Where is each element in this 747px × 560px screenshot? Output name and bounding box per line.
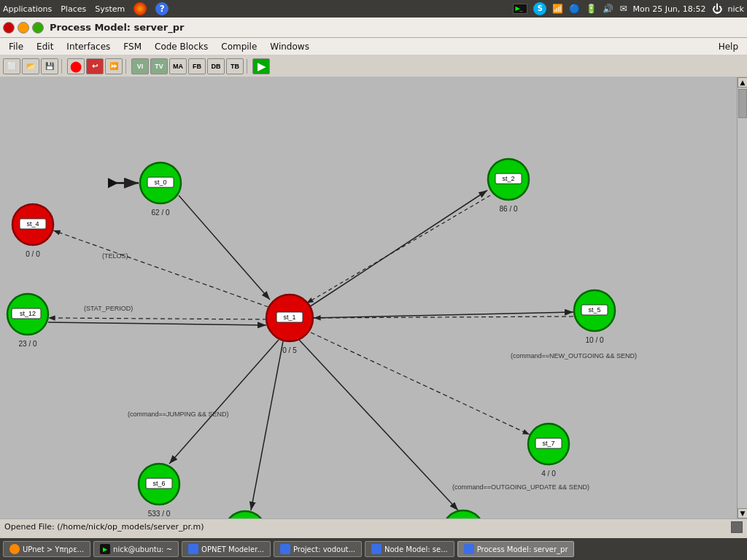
system-places[interactable]: Places: [61, 4, 86, 14]
shutdown-icon[interactable]: ⏻: [712, 3, 722, 15]
wifi-icon: 📶: [552, 4, 563, 14]
stat-period-label: (STAT_PERIOD): [84, 305, 133, 312]
scroll-up-button[interactable]: ▲: [738, 77, 747, 88]
datetime: Mon 25 Jun, 18:52: [632, 4, 705, 14]
menu-file[interactable]: File: [3, 40, 29, 53]
svg-text:st_7: st_7: [542, 440, 554, 447]
menu-fsm[interactable]: FSM: [117, 40, 147, 53]
status-bar: Opened File: (/home/nick/op_models/serve…: [0, 518, 747, 534]
tb-back[interactable]: ↩: [86, 58, 104, 74]
window-title: Process Model: server_pr: [50, 22, 184, 33]
tb-db[interactable]: DB: [207, 58, 225, 74]
close-button[interactable]: [3, 22, 15, 34]
tb-tb[interactable]: TB: [226, 58, 244, 74]
new-outgoing-label: (command==NEW_OUTGOING && SEND): [511, 352, 637, 359]
telos-label: (TELOS): [102, 252, 128, 260]
upnet-icon: [9, 544, 20, 554]
canvas-area: (TELOS) (STAT_PERIOD) (command==JUMPING …: [0, 77, 747, 518]
svg-text:st_2: st_2: [502, 175, 514, 182]
tb-stop[interactable]: ⬤: [67, 58, 85, 74]
opnet-icon: [188, 544, 198, 554]
skype-icon[interactable]: S: [533, 2, 546, 15]
svg-text:533 / 0: 533 / 0: [148, 510, 171, 518]
menu-bar: File Edit Interfaces FSM Code Blocks Com…: [0, 38, 747, 55]
outgoing-update-label: (command==OUTGOING_UPDATE && SEND): [452, 483, 589, 491]
svg-text:23 / 0: 23 / 0: [18, 340, 36, 348]
svg-text:st_5: st_5: [588, 306, 600, 314]
tb-new[interactable]: ⬜: [3, 58, 20, 74]
tb-sep1: [61, 59, 64, 74]
tb-tv[interactable]: TV: [150, 58, 168, 74]
menu-windows[interactable]: Windows: [264, 40, 315, 53]
svg-text:86 / 0: 86 / 0: [499, 205, 517, 213]
svg-text:0 / 5: 0 / 5: [282, 346, 297, 354]
taskbar: UPnet > Υπηρε... ▶ nick@ubuntu: ~ OPNET …: [0, 538, 747, 560]
menu-codeblocks[interactable]: Code Blocks: [149, 40, 214, 53]
svg-text:st_12: st_12: [20, 310, 36, 317]
svg-text:62 / 0: 62 / 0: [151, 209, 169, 217]
jumping-label: (command==JUMPING && SEND): [128, 411, 229, 418]
taskbar-processmodel[interactable]: Process Model: server_pr: [457, 541, 574, 557]
menu-interfaces[interactable]: Interfaces: [61, 40, 116, 53]
email-icon: ✉: [619, 4, 627, 14]
status-icon: [731, 521, 743, 533]
taskbar-upnet[interactable]: UPnet > Υπηρε...: [3, 541, 90, 557]
firefox-icon[interactable]: [133, 2, 147, 15]
system-bar: Applications Places System ? ▶_ S 📶 🔵 🔋 …: [0, 0, 747, 18]
processmodel-icon: [464, 544, 474, 554]
tb-sep3: [247, 59, 249, 74]
scroll-thumb[interactable]: [738, 89, 747, 118]
canvas-svg: (TELOS) (STAT_PERIOD) (command==JUMPING …: [0, 77, 737, 518]
tb-save[interactable]: 💾: [41, 58, 58, 74]
nodemodel-icon: [371, 544, 382, 554]
svg-text:4 / 0: 4 / 0: [541, 470, 556, 478]
svg-rect-2: [0, 77, 737, 518]
tb-fwd[interactable]: ⏩: [105, 58, 123, 74]
battery-icon: 🔋: [586, 4, 597, 14]
taskbar-project[interactable]: Project: vodout...: [274, 541, 362, 557]
terminal-task-icon: ▶: [100, 544, 110, 554]
canvas[interactable]: (TELOS) (STAT_PERIOD) (command==JUMPING …: [0, 77, 737, 518]
terminal-icon[interactable]: ▶_: [513, 4, 527, 14]
project-icon: [280, 544, 290, 554]
svg-text:10 / 0: 10 / 0: [585, 336, 603, 344]
menu-help[interactable]: Help: [713, 40, 744, 53]
menu-compile[interactable]: Compile: [215, 40, 263, 53]
svg-text:st_0: st_0: [154, 179, 166, 186]
tb-fb[interactable]: FB: [188, 58, 206, 74]
maximize-button[interactable]: [32, 22, 44, 34]
system-apps[interactable]: Applications: [3, 4, 52, 14]
tb-sep2: [125, 59, 128, 74]
volume-icon: 🔊: [603, 4, 614, 14]
minimize-button[interactable]: [18, 22, 29, 34]
status-text: Opened File: (/home/nick/op_models/serve…: [4, 522, 204, 532]
taskbar-opnet[interactable]: OPNET Modeler...: [182, 541, 271, 557]
tb-run[interactable]: ▶: [252, 58, 270, 74]
taskbar-terminal[interactable]: ▶ nick@ubuntu: ~: [93, 541, 179, 557]
tb-open[interactable]: 📂: [22, 58, 39, 74]
title-bar: Process Model: server_pr: [0, 18, 747, 38]
tb-ma[interactable]: MA: [169, 58, 187, 74]
svg-text:st_1: st_1: [283, 314, 295, 321]
scrollbar[interactable]: ▲ ▼: [737, 77, 747, 518]
username: nick: [728, 4, 744, 14]
scroll-down-button[interactable]: ▼: [738, 508, 747, 518]
system-system[interactable]: System: [95, 4, 125, 14]
svg-text:st_6: st_6: [152, 480, 165, 487]
bluetooth-icon: 🔵: [569, 4, 580, 14]
tb-vi[interactable]: VI: [131, 58, 149, 74]
help-icon[interactable]: ?: [155, 2, 169, 15]
svg-text:0 / 0: 0 / 0: [26, 250, 40, 258]
svg-text:st_4: st_4: [26, 220, 39, 228]
menu-edit[interactable]: Edit: [31, 40, 59, 53]
taskbar-nodemodel[interactable]: Node Model: se...: [365, 541, 454, 557]
toolbar: ⬜ 📂 💾 ⬤ ↩ ⏩ VI TV MA FB DB TB ▶: [0, 55, 747, 77]
